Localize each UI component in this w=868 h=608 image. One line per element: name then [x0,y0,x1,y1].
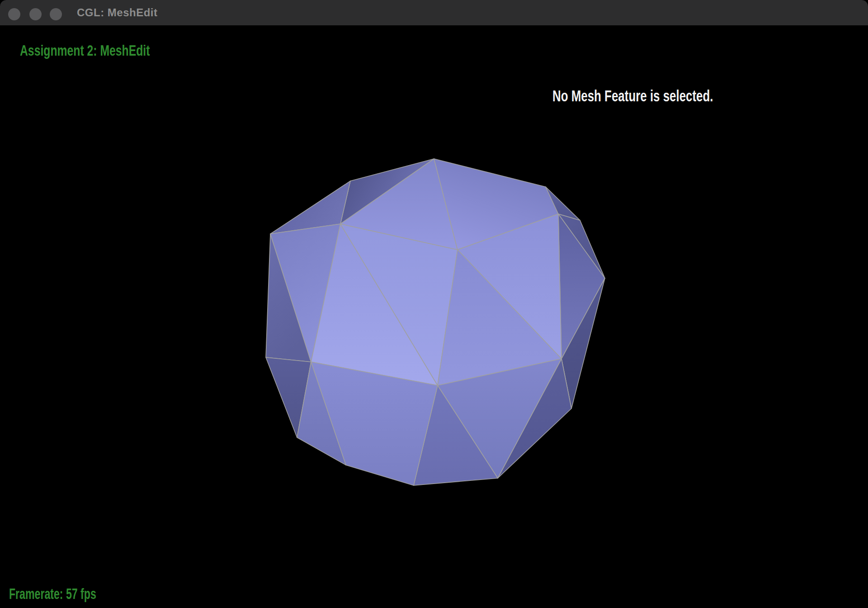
assignment-title: Assignment 2: MeshEdit [20,43,150,58]
app-window: CGL: MeshEdit Assignment 2: MeshEdit No … [0,0,868,608]
framerate-text: Framerate: 57 fps [9,586,96,601]
mesh-canvas[interactable] [0,0,868,608]
gl-viewport[interactable]: Assignment 2: MeshEdit No Mesh Feature i… [0,25,868,608]
selection-status-text: No Mesh Feature is selected. [552,88,713,104]
